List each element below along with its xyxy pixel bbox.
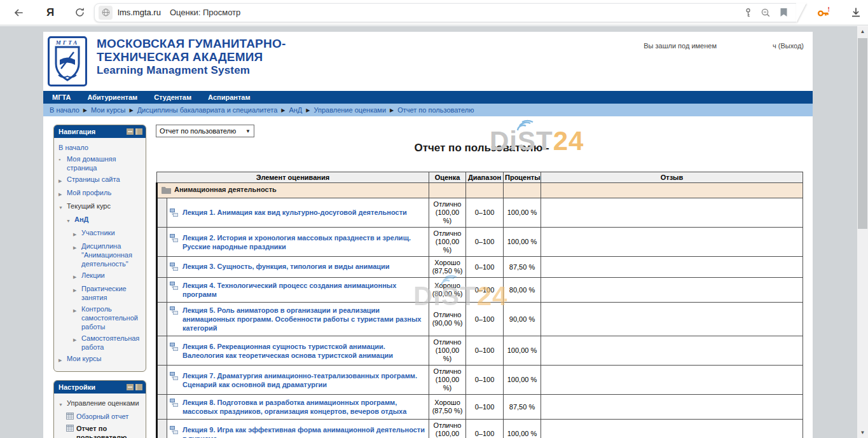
address-bar[interactable]: lms.mgta.ru Оценки: Просмотр	[94, 3, 797, 22]
feedback-cell	[541, 303, 803, 336]
scroll-up-icon[interactable]: ▲	[857, 26, 868, 37]
sidebar-item: ▶Контроль самостоятельной работы	[56, 303, 144, 332]
triangle-right-icon[interactable]: ▶	[73, 284, 81, 295]
sidebar-item-label[interactable]: Страницы сайта	[67, 175, 120, 184]
triangle-right-icon[interactable]: ▶	[59, 188, 67, 199]
sidebar-item: ▶Мои курсы	[56, 353, 144, 366]
bookmark-icon[interactable]	[775, 5, 792, 20]
sidebar-item: ▶Участники	[56, 227, 144, 240]
sidebar-item-label[interactable]: Обзорный отчет	[76, 412, 128, 421]
sidebar-item-label[interactable]: Практические занятия	[81, 284, 143, 302]
login-text: Вы зашли под именем	[644, 42, 717, 50]
item-name-cell: Лекция 5. Роль аниматоров в организации …	[167, 303, 429, 336]
lesson-icon	[170, 208, 183, 218]
nav-item-Аспирантам[interactable]: Аспирантам	[208, 93, 250, 101]
top-nav: МГТААбитуриентамСтудентамАспирантам	[43, 91, 813, 104]
grade-item-link[interactable]: Лекция 9. Игра как эффективная форма ани…	[183, 425, 425, 438]
range-cell: 0–100	[466, 278, 504, 303]
grade-item-link[interactable]: Лекция 1. Анимация как вид культурно-дос…	[183, 208, 407, 217]
zoom-icon[interactable]	[757, 5, 775, 20]
grade-item-link[interactable]: Лекция 4. Технологический процесс создан…	[183, 281, 425, 299]
breadcrumb-link[interactable]: АнД	[289, 106, 302, 114]
collapse-icon[interactable]	[127, 384, 134, 390]
shield-emblem-icon	[52, 46, 83, 83]
sidebar-item: ▶Самостоятельная работа	[56, 332, 144, 353]
sidebar-item-label[interactable]: АнД	[74, 215, 88, 224]
sidebar-item-label[interactable]: Моя домашняя страница	[67, 154, 143, 172]
feedback-cell	[541, 395, 803, 420]
range-cell: 0–100	[466, 198, 504, 228]
site-title-line3: Learning Managment System	[97, 64, 286, 77]
breadcrumb-link[interactable]: Мои курсы	[91, 106, 125, 114]
back-icon[interactable]	[8, 3, 29, 22]
breadcrumb-link[interactable]: Отчет по пользователю	[397, 106, 474, 114]
grade-item-link[interactable]: Лекция 8. Подготовка и разработка анимац…	[183, 398, 425, 416]
collapse-icon[interactable]	[127, 128, 134, 135]
grade-item-link[interactable]: Лекция 2. История и хронология массовых …	[183, 233, 425, 251]
triangle-right-icon[interactable]: ▶	[73, 334, 81, 345]
sidebar-item-label: Управление оценками	[67, 399, 139, 407]
breadcrumb-link[interactable]: Дисциплины бакалавриата и специалитета	[137, 106, 278, 114]
refresh-icon[interactable]	[69, 3, 90, 22]
nav-item-Студентам[interactable]: Студентам	[154, 93, 191, 101]
breadcrumb-separator-icon: ▶	[390, 107, 394, 113]
dock-icon[interactable]	[135, 384, 142, 390]
site-title-line1: МОСКОВСКАЯ ГУМАНИТАРНО-	[97, 37, 286, 50]
sidebar-item-label[interactable]: Контроль самостоятельной работы	[81, 305, 143, 331]
sidebar-item-label[interactable]: Дисциплина "Анимационная деятельность"	[81, 242, 143, 268]
square-bullet-icon[interactable]: ▪	[59, 154, 67, 164]
nav-item-МГТА[interactable]: МГТА	[52, 93, 71, 101]
triangle-right-icon[interactable]: ▶	[59, 354, 67, 365]
logout-link[interactable]: ч (Выход)	[773, 42, 804, 50]
page-background: МГТА МОСКОВСКАЯ ГУМАНИТАРНО- ТЕХНИЧЕСКАЯ…	[0, 26, 868, 438]
sidebar-item: ▪Моя домашняя страница	[56, 153, 144, 174]
grade-table: Элемент оцениванияОценкаДиапазонПроценты…	[156, 172, 803, 438]
indent-cell	[157, 395, 167, 420]
sidebar-item-label[interactable]: Самостоятельная работа	[81, 334, 143, 352]
site-title: МОСКОВСКАЯ ГУМАНИТАРНО- ТЕХНИЧЕСКАЯ АКАД…	[97, 37, 286, 77]
url-text[interactable]: lms.mgta.ru	[118, 8, 161, 17]
triangle-right-icon[interactable]: ▶	[73, 305, 81, 315]
mgta-logo[interactable]: МГТА	[48, 36, 87, 86]
sidebar-item-label[interactable]: Мои курсы	[67, 354, 101, 363]
browser-toolbar: Я lms.mgta.ru Оценки: Просмотр !	[0, 0, 868, 25]
report-type-select[interactable]: Отчет по пользователю ▼	[156, 125, 254, 137]
triangle-down-icon[interactable]: ▼	[59, 202, 67, 212]
item-name-cell: Лекция 9. Игра как эффективная форма ани…	[167, 420, 429, 438]
column-header: Проценты	[504, 172, 541, 183]
triangle-right-icon[interactable]: ▶	[59, 175, 67, 186]
sidebar-item: ▶Страницы сайта	[56, 174, 144, 187]
triangle-down-icon[interactable]: ▼	[59, 399, 67, 409]
grade-percent-text: (100,00 %)	[431, 209, 464, 225]
grade-cell: Отлично(100,00 %)	[429, 198, 466, 228]
table-row-item: Лекция 3. Сущность, функция, типология и…	[157, 257, 803, 278]
protect-key-icon[interactable]: !	[813, 3, 835, 22]
download-icon[interactable]	[845, 3, 867, 22]
sidebar-item-label[interactable]: В начало	[59, 143, 88, 152]
triangle-right-icon[interactable]: ▶	[73, 271, 81, 282]
grade-cell: Отлично(100,00 %)	[429, 228, 466, 257]
triangle-right-icon[interactable]: ▶	[73, 242, 81, 252]
lesson-icon	[170, 425, 183, 435]
yandex-browser-icon[interactable]: Я	[39, 3, 61, 22]
range-cell: 0–100	[466, 336, 504, 366]
grade-item-link[interactable]: Лекция 7. Драматургия анимационно-театра…	[183, 371, 425, 389]
range-cell: 0–100	[466, 303, 504, 336]
breadcrumb-link[interactable]: Управление оценками	[313, 106, 386, 114]
grade-item-link[interactable]: Лекция 5. Роль аниматоров в организации …	[183, 306, 425, 332]
sidebar-item-label[interactable]: Участники	[81, 228, 115, 237]
scroll-down-icon[interactable]: ▼	[857, 427, 868, 438]
breadcrumb-link[interactable]: В начало	[50, 106, 79, 114]
triangle-down-icon[interactable]: ▼	[66, 215, 74, 226]
key-icon[interactable]	[739, 5, 757, 20]
sidebar-item-label[interactable]: Лекции	[81, 271, 105, 280]
scrollbar[interactable]: ▲ ▼	[857, 26, 868, 438]
grade-item-link[interactable]: Лекция 6. Рекреационная сущность туристс…	[183, 342, 425, 360]
nav-item-Абитуриентам[interactable]: Абитуриентам	[87, 93, 137, 101]
triangle-right-icon[interactable]: ▶	[73, 228, 81, 239]
lesson-icon	[170, 233, 183, 243]
dock-icon[interactable]	[135, 128, 142, 135]
grade-item-link[interactable]: Лекция 3. Сущность, функция, типология и…	[183, 262, 390, 271]
scrollbar-thumb[interactable]	[858, 38, 867, 229]
sidebar-item-label[interactable]: Мой профиль	[67, 188, 111, 197]
